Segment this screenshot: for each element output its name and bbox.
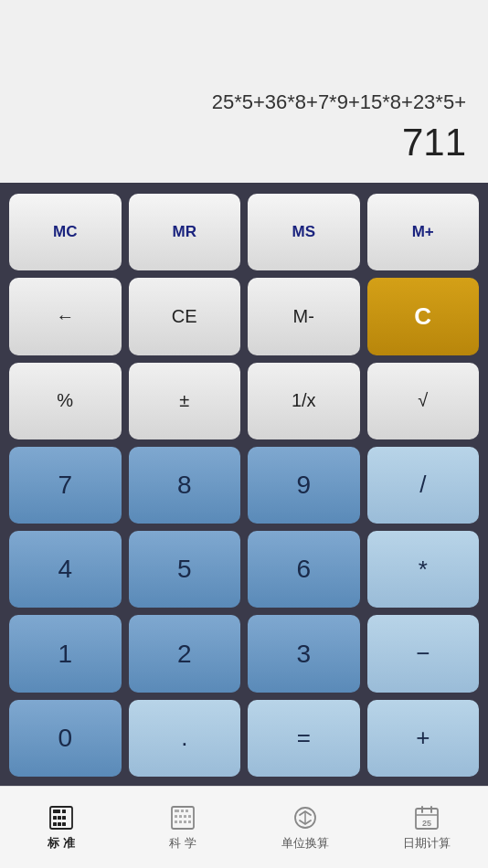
svg-rect-1 — [53, 810, 60, 813]
svg-rect-19 — [184, 820, 186, 823]
btn-6[interactable]: 6 — [248, 531, 360, 608]
svg-rect-7 — [58, 822, 61, 826]
row-0eq: 0 . = + — [9, 700, 479, 777]
btn-backspace[interactable]: ← — [9, 278, 122, 355]
svg-rect-14 — [179, 815, 182, 818]
svg-rect-16 — [188, 815, 191, 818]
nav-standard[interactable]: 标 准 — [0, 804, 122, 852]
display-area: 25*5+36*8+7*9+15*8+23*5+ 711 — [0, 0, 488, 183]
btn-mminus[interactable]: M- — [248, 278, 360, 355]
row-789: 7 8 9 / — [9, 447, 479, 524]
btn-ce[interactable]: CE — [129, 278, 241, 355]
svg-rect-15 — [184, 815, 186, 818]
function-row: ← CE M- C — [9, 278, 479, 355]
btn-divide[interactable]: / — [367, 447, 480, 524]
btn-1[interactable]: 1 — [9, 615, 122, 692]
btn-reciprocal[interactable]: 1/x — [248, 363, 360, 439]
calendar-icon: 25 — [413, 804, 440, 831]
btn-8[interactable]: 8 — [129, 447, 241, 524]
science-calc-icon — [169, 804, 196, 831]
btn-4[interactable]: 4 — [9, 531, 122, 608]
svg-rect-20 — [188, 820, 191, 823]
btn-0[interactable]: 0 — [9, 700, 122, 777]
svg-rect-3 — [53, 816, 57, 820]
nav-unit-label: 单位换算 — [281, 835, 329, 852]
btn-equals[interactable]: = — [248, 700, 360, 777]
unit-convert-icon — [292, 804, 319, 831]
svg-rect-8 — [62, 822, 66, 826]
svg-rect-13 — [175, 815, 177, 818]
svg-rect-10 — [175, 810, 179, 812]
calculator-icon — [48, 804, 75, 831]
btn-mr[interactable]: MR — [129, 194, 241, 270]
nav-standard-label: 标 准 — [48, 835, 75, 852]
btn-multiply[interactable]: * — [367, 531, 480, 608]
bottom-nav: 标 准 科 学 单位换算 — [0, 786, 488, 868]
memory-row: MC MR MS M+ — [9, 194, 479, 270]
btn-mplus[interactable]: M+ — [367, 194, 480, 270]
nav-unit[interactable]: 单位换算 — [244, 804, 366, 852]
expression: 25*5+36*8+7*9+15*8+23*5+ — [212, 89, 466, 117]
btn-5[interactable]: 5 — [129, 531, 241, 608]
result: 711 — [402, 121, 466, 164]
nav-date[interactable]: 25 日期计算 — [366, 804, 489, 852]
btn-clear[interactable]: C — [367, 278, 480, 355]
svg-rect-6 — [53, 822, 57, 826]
svg-rect-12 — [186, 810, 188, 812]
svg-rect-11 — [181, 810, 184, 812]
svg-rect-17 — [175, 820, 177, 823]
svg-rect-5 — [62, 816, 66, 820]
btn-subtract[interactable]: − — [367, 615, 480, 692]
btn-plusminus[interactable]: ± — [129, 363, 241, 439]
btn-percent[interactable]: % — [9, 363, 122, 439]
btn-3[interactable]: 3 — [248, 615, 360, 692]
btn-2[interactable]: 2 — [129, 615, 241, 692]
nav-science-label: 科 学 — [169, 835, 196, 852]
btn-7[interactable]: 7 — [9, 447, 122, 524]
btn-dot[interactable]: . — [129, 700, 241, 777]
utility-row: % ± 1/x √ — [9, 363, 479, 439]
btn-mc[interactable]: MC — [9, 194, 122, 270]
svg-rect-4 — [58, 816, 61, 820]
svg-rect-2 — [62, 810, 66, 813]
btn-sqrt[interactable]: √ — [367, 363, 480, 439]
nav-date-label: 日期计算 — [403, 835, 451, 852]
svg-rect-18 — [179, 820, 182, 823]
calc-pad: MC MR MS M+ ← CE M- C % ± 1/x √ 7 8 9 / … — [0, 183, 488, 786]
row-456: 4 5 6 * — [9, 531, 479, 608]
btn-add[interactable]: + — [367, 700, 480, 777]
row-123: 1 2 3 − — [9, 615, 479, 692]
btn-ms[interactable]: MS — [248, 194, 360, 270]
btn-9[interactable]: 9 — [248, 447, 360, 524]
nav-science[interactable]: 科 学 — [122, 804, 245, 852]
svg-text:25: 25 — [422, 819, 431, 828]
